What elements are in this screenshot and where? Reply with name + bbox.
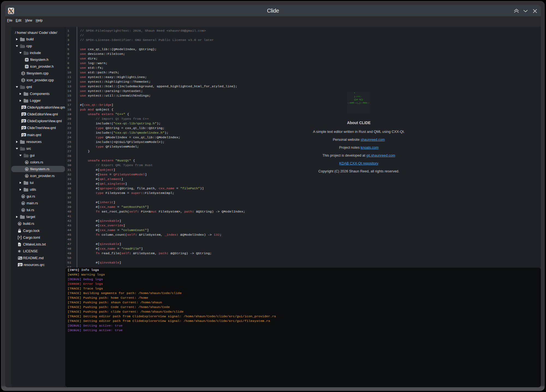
svg-text:Qt: Qt — [22, 113, 25, 116]
svg-text:Qt: Qt — [22, 106, 25, 109]
svg-text:H: H — [26, 58, 28, 61]
svg-text:C: C — [22, 79, 24, 82]
svg-text:R: R — [26, 167, 28, 170]
svg-text:R: R — [22, 202, 24, 205]
svg-text:H: H — [26, 65, 28, 68]
svg-text:R: R — [22, 209, 24, 212]
svg-text:R: R — [22, 195, 24, 198]
svg-text:R: R — [26, 161, 28, 164]
svg-text:R: R — [19, 222, 20, 225]
svg-text:Qt: Qt — [22, 126, 25, 129]
svg-text:R: R — [26, 174, 28, 177]
svg-text:C: C — [22, 72, 24, 75]
svg-text:Qt: Qt — [19, 263, 22, 266]
svg-text:T: T — [19, 236, 20, 239]
svg-text:Qt: Qt — [22, 133, 25, 136]
svg-text:Qt: Qt — [22, 119, 25, 122]
